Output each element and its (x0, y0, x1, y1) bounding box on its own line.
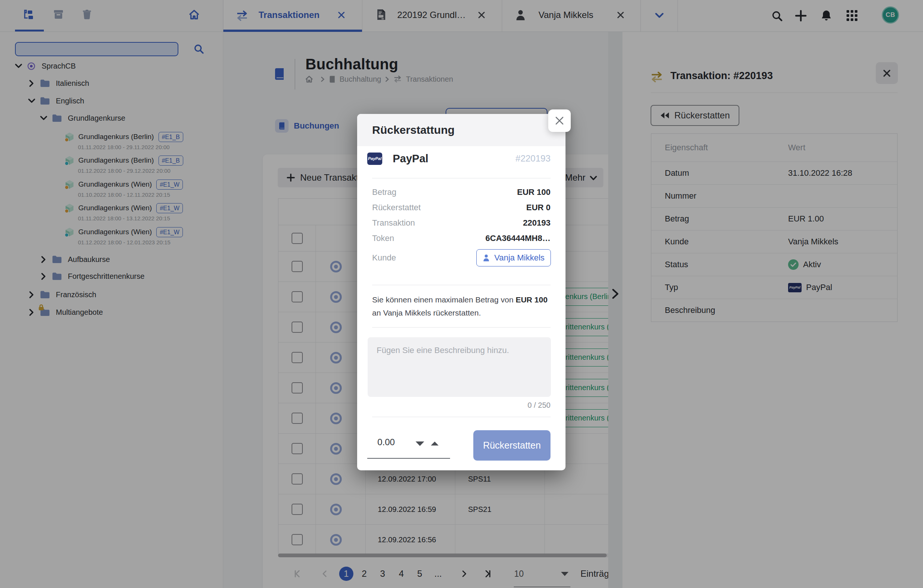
person-icon (483, 254, 490, 261)
character-counter: 0 / 250 (528, 401, 550, 410)
customer-button[interactable]: Vanja Mikkels (476, 249, 551, 266)
step-down-icon[interactable] (415, 441, 425, 447)
refund-modal: Rückerstattung PayPal PayPal #220193 Bet… (357, 114, 565, 470)
detail-row-betrag: Betrag EUR 100 (372, 184, 550, 200)
app-window: SprachCB Italienisch Englisch Grundlagen… (0, 0, 923, 588)
modal-divider (372, 178, 550, 178)
detail-row-kunde: Kunde Vanja Mikkels (372, 249, 551, 266)
modal-divider (372, 327, 550, 328)
detail-row-rueckerstattet: Rückerstattet EUR 0 (372, 200, 550, 215)
transaction-number: #220193 (516, 153, 550, 164)
refund-info-text: Sie können einen maximalen Betrag von EU… (372, 293, 553, 319)
modal-provider-row: PayPal PayPal #220193 (367, 150, 550, 167)
provider-name: PayPal (393, 153, 428, 165)
detail-row-transaktion: Transaktion 220193 (372, 215, 550, 230)
amount-input-underline (367, 458, 450, 459)
paypal-logo-icon: PayPal (367, 153, 382, 165)
modal-detail-rows: Betrag EUR 100 Rückerstattet EUR 0 Trans… (372, 184, 550, 246)
modal-close-button[interactable] (548, 109, 571, 132)
description-textarea[interactable] (368, 337, 551, 397)
close-icon (554, 115, 565, 126)
modal-title: Rückerstattung (372, 124, 455, 136)
modal-divider (372, 417, 550, 417)
refund-submit-button[interactable]: Rückerstatten (473, 430, 550, 461)
detail-row-token: Token 6CA36444MH8… (372, 230, 550, 246)
modal-header: Rückerstattung (357, 114, 565, 146)
modal-divider (372, 285, 550, 285)
step-up-icon[interactable] (430, 441, 439, 446)
